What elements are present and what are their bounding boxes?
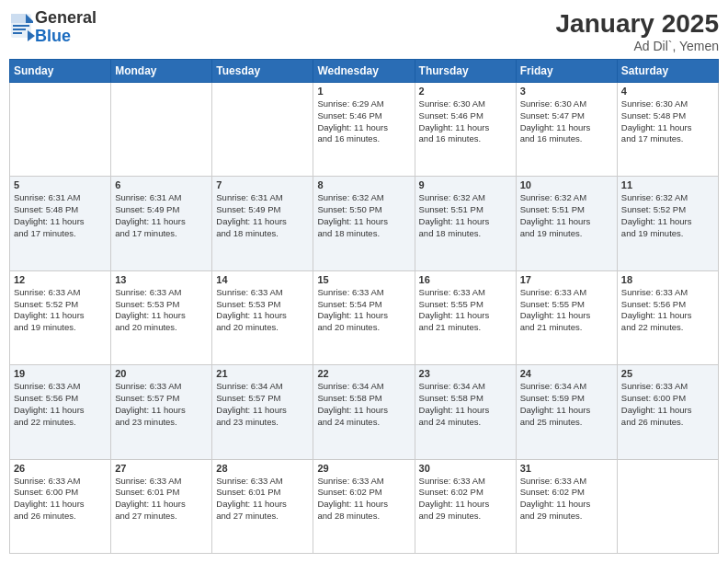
day-number: 28 [216,463,309,474]
calendar-cell: 7Sunrise: 6:31 AM Sunset: 5:49 PM Daylig… [212,177,313,270]
calendar-cell: 26Sunrise: 6:33 AM Sunset: 6:00 PM Dayli… [10,459,111,553]
calendar-cell: 25Sunrise: 6:33 AM Sunset: 6:00 PM Dayli… [617,365,718,459]
logo-blue: Blue [35,28,97,46]
day-info: Sunrise: 6:30 AM Sunset: 5:46 PM Dayligh… [419,98,512,145]
calendar-cell: 29Sunrise: 6:33 AM Sunset: 6:02 PM Dayli… [313,459,415,553]
calendar-cell: 20Sunrise: 6:33 AM Sunset: 5:57 PM Dayli… [111,365,212,459]
calendar-cell: 13Sunrise: 6:33 AM Sunset: 5:53 PM Dayli… [111,270,212,364]
day-number: 24 [520,368,613,379]
day-info: Sunrise: 6:33 AM Sunset: 5:56 PM Dayligh… [621,287,714,334]
calendar-cell: 5Sunrise: 6:31 AM Sunset: 5:48 PM Daylig… [10,177,111,270]
day-info: Sunrise: 6:33 AM Sunset: 6:02 PM Dayligh… [317,476,410,523]
weekday-header-saturday: Saturday [617,60,718,83]
calendar-cell: 24Sunrise: 6:34 AM Sunset: 5:59 PM Dayli… [516,365,617,459]
day-info: Sunrise: 6:33 AM Sunset: 6:00 PM Dayligh… [621,381,714,428]
weekday-header-wednesday: Wednesday [313,60,415,83]
day-number: 27 [115,463,208,474]
logo-text: General Blue [35,9,97,46]
calendar-week-4: 19Sunrise: 6:33 AM Sunset: 5:56 PM Dayli… [10,365,719,459]
calendar-cell: 17Sunrise: 6:33 AM Sunset: 5:55 PM Dayli… [516,270,617,364]
calendar-cell [10,83,111,177]
svg-rect-5 [13,32,22,34]
calendar-cell: 4Sunrise: 6:30 AM Sunset: 5:48 PM Daylig… [617,83,718,177]
day-number: 14 [216,274,309,285]
day-number: 20 [115,368,208,379]
day-info: Sunrise: 6:33 AM Sunset: 5:54 PM Dayligh… [317,287,410,334]
day-number: 12 [14,274,107,285]
calendar-cell: 14Sunrise: 6:33 AM Sunset: 5:53 PM Dayli… [212,270,313,364]
calendar-cell: 2Sunrise: 6:30 AM Sunset: 5:46 PM Daylig… [415,83,516,177]
day-info: Sunrise: 6:34 AM Sunset: 5:58 PM Dayligh… [419,381,512,428]
calendar-cell: 23Sunrise: 6:34 AM Sunset: 5:58 PM Dayli… [415,365,516,459]
day-number: 3 [520,86,613,97]
calendar-cell: 18Sunrise: 6:33 AM Sunset: 5:56 PM Dayli… [617,270,718,364]
day-info: Sunrise: 6:32 AM Sunset: 5:51 PM Dayligh… [419,192,512,239]
calendar-cell: 8Sunrise: 6:32 AM Sunset: 5:50 PM Daylig… [313,177,415,270]
day-number: 22 [317,368,410,379]
day-info: Sunrise: 6:29 AM Sunset: 5:46 PM Dayligh… [317,98,410,145]
day-info: Sunrise: 6:32 AM Sunset: 5:51 PM Dayligh… [520,192,613,239]
calendar-cell: 1Sunrise: 6:29 AM Sunset: 5:46 PM Daylig… [313,83,415,177]
day-info: Sunrise: 6:33 AM Sunset: 5:53 PM Dayligh… [115,287,208,334]
day-info: Sunrise: 6:33 AM Sunset: 6:00 PM Dayligh… [14,476,107,523]
calendar-cell [111,83,212,177]
day-info: Sunrise: 6:33 AM Sunset: 6:02 PM Dayligh… [419,476,512,523]
day-info: Sunrise: 6:33 AM Sunset: 5:52 PM Dayligh… [14,287,107,334]
weekday-header-friday: Friday [516,60,617,83]
day-info: Sunrise: 6:30 AM Sunset: 5:48 PM Dayligh… [621,98,714,145]
calendar-table: SundayMondayTuesdayWednesdayThursdayFrid… [9,59,719,554]
weekday-header-tuesday: Tuesday [212,60,313,83]
calendar-cell: 11Sunrise: 6:32 AM Sunset: 5:52 PM Dayli… [617,177,718,270]
day-number: 4 [621,86,714,97]
day-number: 9 [419,179,512,190]
calendar-week-1: 1Sunrise: 6:29 AM Sunset: 5:46 PM Daylig… [10,83,719,177]
day-info: Sunrise: 6:33 AM Sunset: 5:53 PM Dayligh… [216,287,309,334]
day-number: 18 [621,274,714,285]
day-number: 21 [216,368,309,379]
calendar-cell [212,83,313,177]
calendar-cell: 22Sunrise: 6:34 AM Sunset: 5:58 PM Dayli… [313,365,415,459]
calendar-cell [617,459,718,553]
calendar-cell: 31Sunrise: 6:33 AM Sunset: 6:02 PM Dayli… [516,459,617,553]
title-area: January 2025 Ad Dil`, Yemen [556,9,719,53]
day-info: Sunrise: 6:31 AM Sunset: 5:49 PM Dayligh… [216,192,309,239]
calendar-cell: 28Sunrise: 6:33 AM Sunset: 6:01 PM Dayli… [212,459,313,553]
weekday-header-row: SundayMondayTuesdayWednesdayThursdayFrid… [10,60,719,83]
calendar-cell: 10Sunrise: 6:32 AM Sunset: 5:51 PM Dayli… [516,177,617,270]
day-number: 23 [419,368,512,379]
calendar-subtitle: Ad Dil`, Yemen [556,39,719,53]
day-number: 17 [520,274,613,285]
calendar-cell: 3Sunrise: 6:30 AM Sunset: 5:47 PM Daylig… [516,83,617,177]
day-info: Sunrise: 6:33 AM Sunset: 6:02 PM Dayligh… [520,476,613,523]
day-number: 8 [317,179,410,190]
calendar-cell: 6Sunrise: 6:31 AM Sunset: 5:49 PM Daylig… [111,177,212,270]
day-number: 25 [621,368,714,379]
day-info: Sunrise: 6:34 AM Sunset: 5:59 PM Dayligh… [520,381,613,428]
logo: General Blue [9,9,97,46]
calendar-week-5: 26Sunrise: 6:33 AM Sunset: 6:00 PM Dayli… [10,459,719,553]
day-number: 30 [419,463,512,474]
day-number: 5 [14,179,107,190]
day-number: 16 [419,274,512,285]
day-info: Sunrise: 6:31 AM Sunset: 5:49 PM Dayligh… [115,192,208,239]
calendar-cell: 27Sunrise: 6:33 AM Sunset: 6:01 PM Dayli… [111,459,212,553]
day-info: Sunrise: 6:30 AM Sunset: 5:47 PM Dayligh… [520,98,613,145]
day-info: Sunrise: 6:33 AM Sunset: 5:56 PM Dayligh… [14,381,107,428]
weekday-header-thursday: Thursday [415,60,516,83]
day-number: 2 [419,86,512,97]
day-info: Sunrise: 6:34 AM Sunset: 5:58 PM Dayligh… [317,381,410,428]
calendar-cell: 21Sunrise: 6:34 AM Sunset: 5:57 PM Dayli… [212,365,313,459]
day-info: Sunrise: 6:33 AM Sunset: 5:55 PM Dayligh… [419,287,512,334]
calendar-cell: 30Sunrise: 6:33 AM Sunset: 6:02 PM Dayli… [415,459,516,553]
svg-rect-4 [13,29,26,30]
day-number: 29 [317,463,410,474]
day-info: Sunrise: 6:34 AM Sunset: 5:57 PM Dayligh… [216,381,309,428]
day-info: Sunrise: 6:32 AM Sunset: 5:50 PM Dayligh… [317,192,410,239]
day-number: 31 [520,463,613,474]
calendar-week-3: 12Sunrise: 6:33 AM Sunset: 5:52 PM Dayli… [10,270,719,364]
day-number: 1 [317,86,410,97]
page: General Blue January 2025 Ad Dil`, Yemen… [0,0,728,563]
day-number: 13 [115,274,208,285]
day-info: Sunrise: 6:32 AM Sunset: 5:52 PM Dayligh… [621,192,714,239]
svg-rect-3 [13,25,29,27]
